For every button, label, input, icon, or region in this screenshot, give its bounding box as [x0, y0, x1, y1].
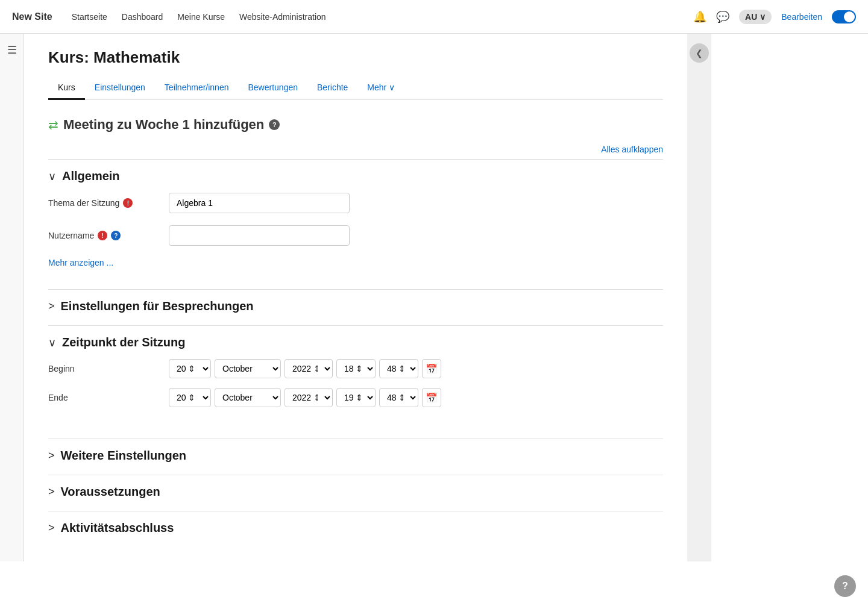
nav-links: Startseite Dashboard Meine Kurse Website… [72, 12, 693, 22]
bearbeiten-label[interactable]: Bearbeiten [781, 12, 822, 22]
nutzername-input[interactable] [169, 225, 350, 246]
page-layout: ☰ Kurs: Mathematik Kurs Einstellungen Te… [0, 34, 868, 561]
nav-website-admin[interactable]: Website-Administration [239, 12, 326, 22]
form-title-help-icon[interactable]: ? [269, 119, 280, 130]
weitere-title: Weitere Einstellungen [61, 449, 187, 463]
right-panel: ❮ [687, 34, 711, 561]
section-allgemein-header[interactable]: ∨ Allgemein [48, 169, 663, 183]
nutzername-label: Nutzername ! ? [48, 231, 169, 240]
beginn-day-select[interactable]: 20 ⇕ [169, 359, 211, 378]
calendar-icon-2: 📅 [426, 392, 438, 404]
alles-aufklappen-link[interactable]: Alles aufklappen [601, 145, 663, 154]
meeting-icon: ⇄ [48, 117, 58, 132]
ende-min-select[interactable]: 48 ⇕ [379, 388, 418, 407]
section-voraussetzungen: > Voraussetzungen [48, 475, 663, 508]
tab-bewertungen[interactable]: Bewertungen [238, 77, 307, 100]
nutzername-help-icon[interactable]: ? [111, 231, 121, 240]
chevron-down-icon: ∨ [760, 12, 766, 22]
besprechungen-title: Einstellungen für Besprechungen [61, 299, 254, 313]
beginn-min-select[interactable]: 48 ⇕ [379, 359, 418, 378]
allgemein-title: Allgemein [62, 169, 120, 183]
tab-einstellungen[interactable]: Einstellungen [85, 77, 155, 100]
beginn-row: Beginn 20 ⇕ October 2022 ⇕ 18 ⇕ [48, 359, 663, 378]
nav-dashboard[interactable]: Dashboard [122, 12, 163, 22]
beginn-hour-select[interactable]: 18 ⇕ [336, 359, 376, 378]
aktivitaet-title: Aktivitätsabschluss [61, 521, 174, 535]
section-weitere-header[interactable]: > Weitere Einstellungen [48, 449, 663, 463]
bearbeiten-toggle[interactable] [832, 10, 856, 23]
beginn-fields: 20 ⇕ October 2022 ⇕ 18 ⇕ 48 ⇕ [169, 359, 441, 378]
ende-fields: 20 ⇕ October 2022 ⇕ 19 ⇕ 48 ⇕ [169, 388, 441, 407]
chevron-left-icon: ❮ [696, 48, 703, 58]
ende-day-select[interactable]: 20 ⇕ [169, 388, 211, 407]
ende-calendar-button[interactable]: 📅 [422, 388, 441, 407]
tab-berichte[interactable]: Berichte [307, 77, 357, 100]
nav-startseite[interactable]: Startseite [72, 12, 107, 22]
form-page-title-row: ⇄ Meeting zu Woche 1 hinzufügen ? [48, 117, 663, 133]
user-menu[interactable]: AU ∨ [739, 10, 772, 24]
beginn-month-select[interactable]: October [215, 359, 281, 378]
nutzername-required-icon: ! [98, 231, 107, 240]
ende-month-select[interactable]: October [215, 388, 281, 407]
allgemein-form: Thema der Sitzung ! Nutzername ! ? Mehr … [48, 183, 663, 277]
chat-icon[interactable]: 💬 [716, 10, 729, 23]
section-allgemein: ∨ Allgemein Thema der Sitzung ! Nutzerna… [48, 159, 663, 287]
ende-year-select[interactable]: 2022 ⇕ [285, 388, 333, 407]
mehr-anzeigen-link[interactable]: Mehr anzeigen ... [48, 258, 113, 267]
tabs-bar: Kurs Einstellungen Teilnehmer/innen Bewe… [48, 77, 663, 100]
site-name: New Site [12, 11, 52, 22]
section-besprechungen-header[interactable]: > Einstellungen für Besprechungen [48, 299, 663, 313]
section-zeitpunkt: ∨ Zeitpunkt der Sitzung Beginn 20 ⇕ Octo… [48, 325, 663, 436]
section-aktivitaet: > Aktivitätsabschluss [48, 511, 663, 545]
section-besprechungen: > Einstellungen für Besprechungen [48, 289, 663, 323]
thema-required-icon: ! [123, 198, 133, 208]
page-title: Kurs: Mathematik [48, 48, 663, 67]
main-content: Kurs: Mathematik Kurs Einstellungen Teil… [24, 34, 687, 561]
user-initials: AU [745, 12, 757, 22]
section-zeitpunkt-header[interactable]: ∨ Zeitpunkt der Sitzung [48, 336, 663, 349]
section-voraussetzungen-header[interactable]: > Voraussetzungen [48, 485, 663, 499]
beginn-calendar-button[interactable]: 📅 [422, 359, 441, 378]
menu-icon: ☰ [7, 43, 17, 57]
top-nav: New Site Startseite Dashboard Meine Kurs… [0, 0, 868, 34]
calendar-icon: 📅 [426, 363, 438, 375]
ende-row: Ende 20 ⇕ October 2022 ⇕ 19 ⇕ [48, 388, 663, 407]
besprechungen-chevron: > [48, 300, 55, 313]
nav-meine-kurse[interactable]: Meine Kurse [177, 12, 225, 22]
form-page-title: Meeting zu Woche 1 hinzufügen [63, 117, 264, 133]
zeitpunkt-chevron: ∨ [48, 336, 56, 349]
beginn-year-select[interactable]: 2022 ⇕ [285, 359, 333, 378]
ende-hour-select[interactable]: 19 ⇕ [336, 388, 376, 407]
aktivitaet-chevron: > [48, 522, 55, 534]
nutzername-row: Nutzername ! ? [48, 225, 663, 246]
thema-input[interactable] [169, 193, 350, 213]
weitere-chevron: > [48, 449, 55, 462]
allgemein-chevron: ∨ [48, 170, 56, 183]
tab-mehr[interactable]: Mehr ∨ [357, 77, 404, 100]
zeitpunkt-form: Beginn 20 ⇕ October 2022 ⇕ 18 ⇕ [48, 349, 663, 426]
section-weitere: > Weitere Einstellungen [48, 439, 663, 472]
voraussetzungen-title: Voraussetzungen [61, 485, 160, 499]
tab-teilnehmer[interactable]: Teilnehmer/innen [155, 77, 239, 100]
thema-label: Thema der Sitzung ! [48, 198, 169, 208]
sidebar-toggle[interactable]: ☰ [0, 34, 24, 561]
voraussetzungen-chevron: > [48, 486, 55, 498]
zeitpunkt-title: Zeitpunkt der Sitzung [62, 336, 185, 349]
section-aktivitaet-header[interactable]: > Aktivitätsabschluss [48, 521, 663, 535]
ende-label: Ende [48, 393, 169, 402]
bell-icon[interactable]: 🔔 [693, 10, 706, 23]
nav-right: 🔔 💬 AU ∨ Bearbeiten [693, 10, 856, 24]
alles-aufklappen-row: Alles aufklappen [48, 145, 663, 154]
right-panel-collapse-button[interactable]: ❮ [690, 43, 709, 63]
beginn-label: Beginn [48, 364, 169, 373]
tab-kurs[interactable]: Kurs [48, 77, 85, 100]
thema-row: Thema der Sitzung ! [48, 193, 663, 213]
